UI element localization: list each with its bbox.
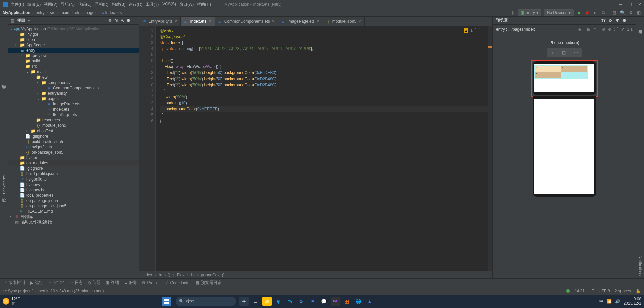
close-button[interactable]: ✕ [638,2,641,7]
inspection-widget[interactable]: ▲ 1 ˄ ˅ [462,28,482,33]
tree-Index.ets[interactable]: ≡Index.ets [8,107,139,112]
debug-button[interactable]: 🐞 [585,10,590,15]
search-icon[interactable]: 🔍 [620,10,625,15]
readonly-icon[interactable]: 🔓 [636,289,641,293]
crumb-entry[interactable]: entry [36,10,45,15]
code-line-4[interactable]: private arr: string[] = ['APP1', 'APP2',… [160,46,488,52]
tree-临时文件和控制台[interactable]: ▤临时文件和控制台 [8,219,139,225]
editor-minimap[interactable] [488,26,492,271]
tool-问题[interactable]: ⊘问题 [87,280,101,286]
app-explorer[interactable]: 📁 [262,297,272,306]
one-to-one-icon[interactable]: 1:1 [627,27,633,32]
tree-src[interactable]: ⌄📁src [8,64,139,69]
tree-components[interactable]: ›📁components [8,80,139,85]
prev-tool-tt[interactable]: Tᴛ [601,18,606,23]
tray-ime-icon[interactable]: 中 [599,299,603,304]
crumb-ets[interactable]: ets [75,10,80,15]
code-editor[interactable]: @Entry@Componentstruct Index { private a… [156,26,488,271]
filter-icon[interactable]: ⧩ [616,18,619,23]
tree-build-profile.json5[interactable]: {}build-profile.json5 [8,139,139,144]
coverage-button[interactable]: ▸ [593,10,598,15]
menu-f[interactable]: 文件(F) [11,2,24,7]
settings-icon[interactable]: ⚙ [127,18,130,23]
tree-pages[interactable]: ⌄📁pages [8,96,139,101]
bcrumb-Index[interactable]: Index [142,273,152,277]
run-button[interactable]: ▶ [577,10,582,15]
bcrumb-backgroundColor()[interactable]: backgroundColor() [191,273,224,277]
menu-h[interactable]: 帮助(H) [197,2,211,7]
tree-build-profile.json5[interactable]: {}build-profile.json5 [8,171,139,176]
code-line-2[interactable]: @Component [160,34,488,40]
back-icon[interactable]: ◁ [551,50,554,55]
tree-main[interactable]: ⌄📁main [8,69,139,74]
tab-close-icon[interactable]: × [272,19,275,24]
notifications-tool-button[interactable]: Notifications [638,256,642,276]
tree-.idea[interactable]: ›📁.idea [8,37,139,42]
start-button[interactable] [162,297,171,306]
menu-b[interactable]: 构建(B) [112,2,125,7]
code-line-6[interactable]: build() { [160,58,488,64]
app-copilot[interactable]: ⊚ [239,297,249,306]
run-config-select[interactable]: ▣ entry ▾ [518,9,541,16]
tree-.preview[interactable]: ›📁.preview [8,53,139,58]
menu-r[interactable]: 运行(R) [129,2,142,7]
menu-n[interactable]: 导航(N) [61,2,75,7]
crumb-main[interactable]: main [61,10,70,15]
tool-日志[interactable]: ☷日志 [69,280,83,286]
refresh-icon[interactable]: ⟳ [609,18,612,23]
tab-ImagePage.ets[interactable]: ≡ImagePage.ets× [278,17,323,26]
locate-icon[interactable]: ⊕ [108,18,112,23]
tool-运行[interactable]: ▶运行 [30,280,43,286]
code-line-12[interactable]: .width('90%') [160,94,488,100]
app-taskview[interactable]: ▭ [251,297,260,306]
split-icon[interactable]: ◫ [562,50,566,55]
bcrumb-build()[interactable]: build() [159,273,170,277]
more-icon[interactable]: ⋯ [574,50,578,55]
app-deveco[interactable]: ▲ [365,297,374,306]
tree-外部库[interactable]: ›⫴外部库 [8,214,139,219]
hide-panel-icon[interactable]: ─ [133,18,136,23]
prev-settings-icon[interactable]: ⚙ [623,18,626,23]
crumb-pages[interactable]: pages [86,10,97,15]
tree-oh-package.json5[interactable]: {}oh-package.json5 [8,150,139,155]
profile-button[interactable]: ⧉ [601,10,606,15]
app-settings[interactable]: ⚙ [296,297,306,306]
code-line-5[interactable] [160,52,488,58]
weather-widget[interactable]: 12°C 雾 [3,297,20,306]
tab-close-icon[interactable]: × [358,19,361,24]
tree-.gitignore[interactable]: 📄.gitignore [8,166,139,171]
crumb-MyApplication[interactable]: MyApplication [3,10,30,15]
tree-READEME.md[interactable]: M↓READEME.md [8,209,139,214]
menu-v[interactable]: 视图(V) [44,2,57,7]
tab-module.json5[interactable]: {}module.json5× [323,17,365,26]
crumb-Index.ets[interactable]: Index.ets [105,10,122,15]
tree-build[interactable]: ›📁build [8,58,139,64]
inspect-icon[interactable]: ◈ [578,27,581,32]
code-line-13[interactable]: .padding(10) [160,100,488,106]
code-line-15[interactable]: } [160,112,488,118]
tab-EntryAbility.ts[interactable]: TSEntryAbility.ts× [139,17,181,26]
tree-AppScope[interactable]: ›📁AppScope [8,42,139,48]
minimize-button[interactable]: ─ [619,2,622,7]
tree-ItemPage.ets[interactable]: ≡ItemPage.ets [8,112,139,117]
taskbar-clock[interactable]: 9:08 2023/12/1 [624,297,641,306]
app-vscode[interactable]: ≡ [308,297,317,306]
menu-vcss[interactable]: VCS(S) [162,2,176,7]
device-select[interactable]: No Devices ▾ [544,9,574,16]
code-line-16[interactable]: } [160,118,488,124]
tab-Index.ets[interactable]: ≡Index.ets× [181,17,215,26]
tabs-more-icon[interactable]: ⋮ [481,17,492,26]
grid-icon[interactable]: ⊞ [587,27,590,32]
tool-服务[interactable]: ☁服务 [124,280,137,286]
tool-TODO[interactable]: ≡TODO [48,280,64,285]
tree-resources[interactable]: ›📁resources [8,117,139,123]
tree-entry[interactable]: ⌄▣entry [8,48,139,53]
tree-.hvigor[interactable]: ›📁.hvigor [8,32,139,37]
tab-close-icon[interactable]: × [209,19,211,24]
tool-终端[interactable]: ▣终端 [105,280,119,286]
tree-hvigor[interactable]: ›📁hvigor [8,155,139,160]
settings-icon[interactable]: ⚙ [628,10,633,15]
status-line-ending[interactable]: LF [589,289,594,293]
app-edge[interactable]: ◉ [274,297,283,306]
project-tree[interactable]: ⌄▸▣MyApplicationE:\HarmonyOS\MyApplicati… [8,25,139,278]
